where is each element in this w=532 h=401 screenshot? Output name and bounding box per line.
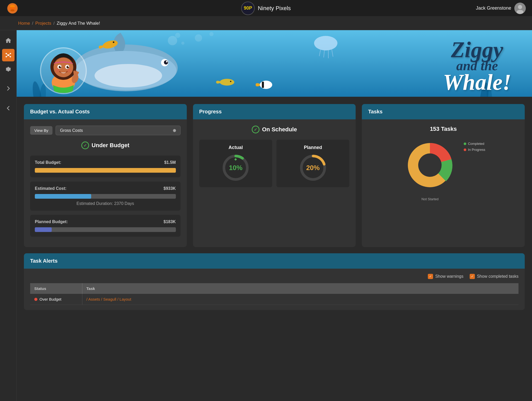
alerts-table: Status Task Over Budget xyxy=(30,283,518,305)
brand-name: Ninety Pixels xyxy=(258,5,291,12)
sidebar xyxy=(0,30,17,401)
view-by-row: View By Gross Costs ⊕ xyxy=(30,126,181,135)
not-started-pie-label: Not Started xyxy=(422,197,439,201)
task-alerts-body: ✓ Show warnings ✓ Show completed tasks S… xyxy=(24,269,525,310)
budget-status-row: ✓ Under Budget xyxy=(30,141,181,149)
total-budget-label: Total Budget: xyxy=(35,160,61,165)
actual-gauge-card: Actual 10% xyxy=(199,140,272,187)
planned-gauge-card: Planned 20% xyxy=(276,140,349,187)
progress-card: Progress ✓ On Schedule Actual xyxy=(193,104,356,247)
task-alerts-container: Task Alerts ✓ Show warnings ✓ Show compl… xyxy=(17,247,532,316)
svg-point-3 xyxy=(10,9,15,11)
top-nav: 90P Ninety Pixels Jack Greenstone xyxy=(0,0,532,17)
sidebar-item-settings[interactable] xyxy=(2,63,15,76)
svg-point-17 xyxy=(168,36,177,45)
svg-point-6 xyxy=(517,10,523,14)
show-warnings-label: Show warnings xyxy=(435,274,463,279)
svg-line-15 xyxy=(8,55,10,57)
tasks-card-header: Tasks xyxy=(362,104,525,119)
breadcrumb: Home / Projects / Ziggy And The Whale! xyxy=(0,17,532,30)
svg-point-20 xyxy=(195,34,202,42)
on-schedule-row: ✓ On Schedule xyxy=(199,126,350,133)
estimated-duration: Estimated Duration: 2370 Days xyxy=(35,201,176,206)
planned-budget-label: Planned Budget: xyxy=(35,219,68,224)
show-warnings-checkbox[interactable]: ✓ xyxy=(428,274,433,279)
table-row: Over Budget / Assets / Seagull / Layout xyxy=(30,294,518,305)
on-schedule-icon: ✓ xyxy=(252,126,260,133)
actual-gauge-circle: 10% xyxy=(221,153,250,182)
svg-point-36 xyxy=(260,81,272,89)
svg-marker-63 xyxy=(234,158,237,161)
budget-card: Budget vs. Actual Costs View By Gross Co… xyxy=(24,104,187,247)
planned-gauge-circle: 20% xyxy=(299,153,327,182)
show-warnings-row[interactable]: ✓ Show warnings xyxy=(428,274,463,279)
under-budget-label: Under Budget xyxy=(92,142,129,149)
status-dot-over-budget xyxy=(34,298,37,301)
sidebar-expand[interactable] xyxy=(2,82,15,95)
brand-center: 90P Ninety Pixels xyxy=(241,2,291,15)
task-alerts-header: Task Alerts xyxy=(24,253,525,269)
svg-line-13 xyxy=(8,54,10,55)
planned-budget-section: Planned Budget: $183K xyxy=(30,215,181,237)
planned-gauge-percent: 20% xyxy=(306,164,320,172)
view-by-select[interactable]: Gross Costs ⊕ xyxy=(56,126,181,135)
svg-line-60 xyxy=(74,72,75,74)
svg-point-54 xyxy=(68,66,69,67)
svg-point-5 xyxy=(518,5,522,9)
svg-point-56 xyxy=(67,68,71,72)
breadcrumb-current: Ziggy And The Whale! xyxy=(57,21,100,26)
project-banner: Ziggy and the Whale! xyxy=(17,30,532,97)
content-area: Ziggy and the Whale! Budget vs. Actual C… xyxy=(17,30,532,401)
sidebar-item-home[interactable] xyxy=(2,34,15,47)
view-by-label: View By xyxy=(30,126,52,135)
task-alerts-controls: ✓ Show warnings ✓ Show completed tasks xyxy=(30,274,518,279)
under-budget-icon: ✓ xyxy=(81,141,89,149)
tasks-card: Tasks 153 Tasks xyxy=(362,104,525,247)
svg-point-2 xyxy=(9,7,16,10)
main-layout: Ziggy and the Whale! Budget vs. Actual C… xyxy=(0,30,532,401)
svg-point-30 xyxy=(164,60,168,64)
svg-point-31 xyxy=(166,61,168,62)
legend-in-progress: In Progress xyxy=(464,148,485,152)
dashboard-grid: Budget vs. Actual Costs View By Gross Co… xyxy=(17,97,532,247)
brand-badge: 90P xyxy=(241,2,255,15)
total-budget-section: Total Budget: $1.5M xyxy=(30,156,181,177)
status-badge: Over Budget xyxy=(34,297,78,301)
project-title-main: Ziggy xyxy=(443,38,511,61)
svg-point-53 xyxy=(60,66,61,67)
svg-line-59 xyxy=(76,72,76,74)
svg-point-28 xyxy=(95,64,162,87)
user-name: Jack Greenstone xyxy=(476,5,511,11)
progress-card-header: Progress xyxy=(193,104,356,119)
actual-gauge-label: Actual xyxy=(229,145,243,150)
budget-card-header: Budget vs. Actual Costs xyxy=(24,104,187,119)
planned-gauge-label: Planned xyxy=(304,145,322,150)
project-title-whale: Whale! xyxy=(443,70,511,94)
status-text: Over Budget xyxy=(39,297,61,301)
sidebar-item-network[interactable] xyxy=(2,49,15,61)
progress-card-body: ✓ On Schedule Actual xyxy=(193,119,356,193)
avatar[interactable] xyxy=(514,3,526,14)
user-section: Jack Greenstone xyxy=(476,3,526,14)
breadcrumb-home[interactable]: Home xyxy=(18,21,30,26)
svg-point-52 xyxy=(66,66,69,68)
estimated-cost-value: $933K xyxy=(164,186,176,191)
planned-budget-value: $183K xyxy=(164,219,176,224)
breadcrumb-projects[interactable]: Projects xyxy=(35,21,51,26)
total-budget-value: $1.5M xyxy=(164,160,176,165)
actual-gauge-percent: 10% xyxy=(229,164,242,172)
task-link[interactable]: / Assets / Seagull / Layout xyxy=(87,297,131,301)
svg-rect-44 xyxy=(54,89,72,93)
sidebar-collapse[interactable] xyxy=(2,102,15,114)
pie-chart-wrapper: Not Started xyxy=(401,137,458,195)
svg-point-19 xyxy=(181,42,184,45)
show-completed-checkbox[interactable]: ✓ xyxy=(470,274,475,279)
app-logo[interactable] xyxy=(6,2,19,15)
on-schedule-label: On Schedule xyxy=(262,126,297,133)
col-status: Status xyxy=(30,283,82,294)
estimated-cost-section: Estimated Cost: $933K Estimated Duration… xyxy=(30,182,181,211)
show-completed-label: Show completed tasks xyxy=(477,274,518,279)
progress-gauges: Actual 10% xyxy=(199,140,350,187)
show-completed-row[interactable]: ✓ Show completed tasks xyxy=(470,274,518,279)
pie-chart xyxy=(401,137,458,194)
